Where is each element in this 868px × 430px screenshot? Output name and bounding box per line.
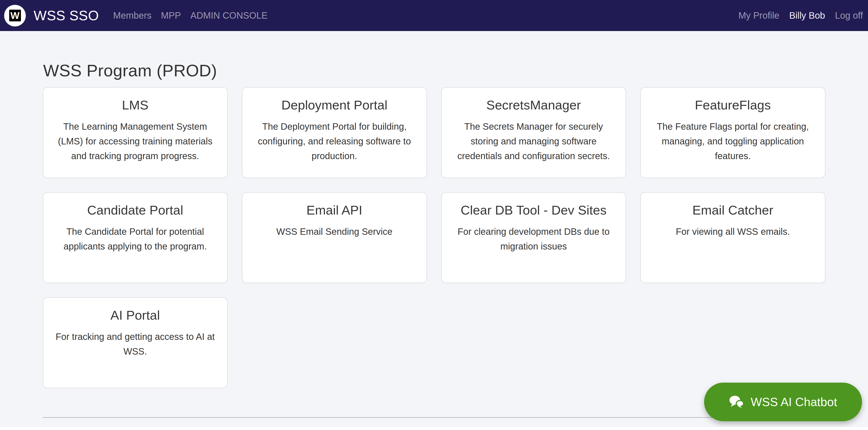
nav-link-admin-console[interactable]: ADMIN CONSOLE bbox=[190, 10, 268, 21]
service-card-title: FeatureFlags bbox=[652, 97, 814, 113]
nav-link-my-profile[interactable]: My Profile bbox=[738, 10, 779, 21]
service-card-title: LMS bbox=[54, 97, 216, 113]
nav-link-mpp[interactable]: MPP bbox=[161, 10, 181, 21]
nav-link-billy-bob[interactable]: Billy Bob bbox=[789, 10, 825, 21]
service-card-description: The Deployment Portal for building, conf… bbox=[253, 119, 415, 163]
service-card-title: Candidate Portal bbox=[54, 202, 216, 218]
chatbot-button[interactable]: WSS AI Chatbot bbox=[704, 383, 862, 421]
service-card-title: Clear DB Tool - Dev Sites bbox=[453, 202, 615, 218]
service-card-description: WSS Email Sending Service bbox=[253, 224, 415, 239]
navbar-right-links: My ProfileBilly BobLog off bbox=[738, 10, 863, 21]
service-card-email-catcher[interactable]: Email CatcherFor viewing all WSS emails. bbox=[640, 192, 826, 283]
services-grid: LMSThe Learning Management System (LMS) … bbox=[43, 87, 826, 388]
logo[interactable]: W bbox=[4, 5, 26, 27]
navbar: W WSS SSO MembersMPPADMIN CONSOLE My Pro… bbox=[0, 0, 868, 31]
divider bbox=[43, 417, 826, 418]
service-card-description: The Secrets Manager for securely storing… bbox=[453, 119, 615, 163]
service-card-title: Deployment Portal bbox=[253, 97, 415, 113]
service-card-title: AI Portal bbox=[54, 307, 216, 323]
logo-w-icon: W bbox=[9, 10, 21, 22]
service-card-ai-portal[interactable]: AI PortalFor tracking and getting access… bbox=[43, 297, 228, 388]
service-card-title: Email API bbox=[253, 202, 415, 218]
comments-icon bbox=[729, 395, 744, 408]
service-card-description: For tracking and getting access to AI at… bbox=[54, 329, 216, 359]
service-card-secretsmanager[interactable]: SecretsManagerThe Secrets Manager for se… bbox=[441, 87, 626, 178]
main-content: WSS Program (PROD) LMSThe Learning Manag… bbox=[43, 61, 826, 418]
nav-link-members[interactable]: Members bbox=[113, 10, 152, 21]
service-card-featureflags[interactable]: FeatureFlagsThe Feature Flags portal for… bbox=[640, 87, 826, 178]
chatbot-label: WSS AI Chatbot bbox=[751, 395, 837, 409]
brand[interactable]: WSS SSO bbox=[34, 8, 99, 24]
service-card-email-api[interactable]: Email APIWSS Email Sending Service bbox=[242, 192, 427, 283]
service-card-candidate-portal[interactable]: Candidate PortalThe Candidate Portal for… bbox=[43, 192, 228, 283]
service-card-description: For viewing all WSS emails. bbox=[652, 224, 814, 239]
nav-link-log-off[interactable]: Log off bbox=[835, 10, 863, 21]
service-card-title: Email Catcher bbox=[652, 202, 814, 218]
service-card-title: SecretsManager bbox=[453, 97, 615, 113]
footer-strip bbox=[0, 427, 868, 430]
service-card-description: For clearing development DBs due to migr… bbox=[453, 224, 615, 254]
service-card-lms[interactable]: LMSThe Learning Management System (LMS) … bbox=[43, 87, 228, 178]
service-card-description: The Feature Flags portal for creating, m… bbox=[652, 119, 814, 163]
service-card-description: The Candidate Portal for potential appli… bbox=[54, 224, 216, 254]
page-title: WSS Program (PROD) bbox=[43, 61, 826, 80]
navbar-left-links: MembersMPPADMIN CONSOLE bbox=[113, 10, 268, 21]
service-card-clear-db-tool-dev-sites[interactable]: Clear DB Tool - Dev SitesFor clearing de… bbox=[441, 192, 626, 283]
service-card-description: The Learning Management System (LMS) for… bbox=[54, 119, 216, 163]
service-card-deployment-portal[interactable]: Deployment PortalThe Deployment Portal f… bbox=[242, 87, 427, 178]
